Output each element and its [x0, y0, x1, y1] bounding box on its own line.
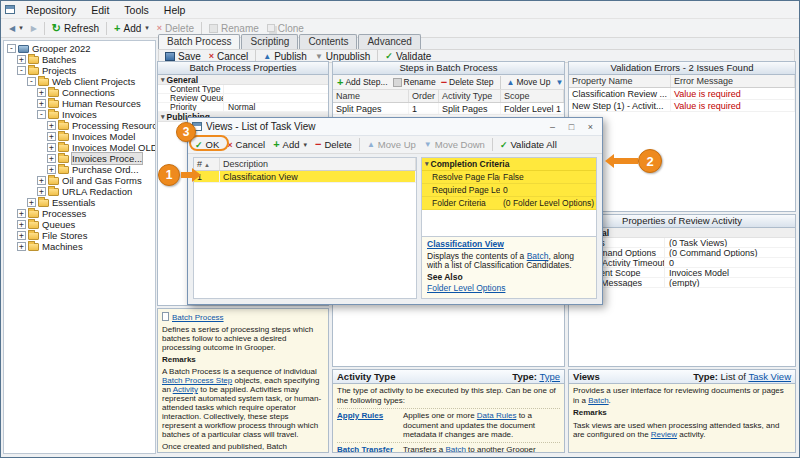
property-value[interactable]: 0 — [500, 184, 596, 196]
clone-button[interactable]: Clone — [263, 22, 308, 35]
tab-contents[interactable]: Contents — [299, 34, 357, 49]
folder-level-options-link[interactable]: Folder Level Options — [427, 283, 505, 293]
tree-item-purchase-orders[interactable]: +Purchase Ord... — [4, 164, 155, 175]
type-link[interactable]: Type — [539, 371, 560, 382]
apply-rules-link[interactable]: Apply Rules — [337, 411, 399, 440]
dialog-title-bar[interactable]: Views - List of Task View – □ × — [188, 118, 602, 136]
tree-item-processing-resources[interactable]: +Processing Resources — [4, 120, 155, 131]
review-link[interactable]: Review — [651, 430, 677, 439]
tree-item-essentials[interactable]: +Essentials — [4, 197, 155, 208]
tree-expander[interactable]: - — [27, 77, 36, 86]
batch-link[interactable]: Batch — [588, 396, 608, 405]
add-step-button[interactable]: +Add Step... — [335, 76, 390, 88]
property-value[interactable]: (empty) — [665, 278, 795, 287]
tab-batch-process[interactable]: Batch Process — [158, 34, 240, 49]
tree-item-connections[interactable]: +Connections — [4, 87, 155, 98]
move-up-button[interactable]: ▲Move Up — [363, 138, 420, 151]
property-value[interactable] — [224, 94, 328, 102]
tree-expander[interactable]: + — [47, 121, 56, 130]
column-header-error-message[interactable]: Error Message — [671, 75, 795, 87]
add-button[interactable]: +Add▾ — [110, 22, 153, 35]
menu-edit[interactable]: Edit — [84, 3, 116, 17]
nav-forward-button[interactable]: ▶ — [27, 23, 41, 34]
activity-link[interactable]: Activity — [173, 385, 198, 394]
property-value[interactable] — [224, 85, 328, 93]
tree-expander[interactable]: + — [37, 187, 46, 196]
tab-scripting[interactable]: Scripting — [241, 34, 298, 49]
column-header-name[interactable]: Name — [333, 90, 409, 102]
data-rules-link[interactable]: Data Rules — [477, 411, 517, 420]
property-value[interactable]: (0 Task Views) — [665, 238, 795, 247]
tree-item-urla-redaction[interactable]: +URLA Redaction — [4, 186, 155, 197]
tree-expander[interactable]: + — [17, 242, 26, 251]
delete-button[interactable]: −Delete — [311, 138, 356, 151]
property-value[interactable]: (0 Folder Level Options) — [500, 197, 596, 209]
property-value[interactable]: Invoices Model — [665, 268, 795, 277]
tree-item-oil-and-gas-forms[interactable]: +Oil and Gas Forms — [4, 175, 155, 186]
batch-transfer-link[interactable]: Batch Transfer — [337, 445, 399, 453]
move-up-button[interactable]: ▲Move Up — [505, 76, 553, 88]
tree-item-batches[interactable]: +Batches — [4, 54, 155, 65]
rename-button[interactable]: Rename — [205, 22, 263, 35]
property-value[interactable]: Normal — [224, 103, 328, 111]
delete-button[interactable]: ×Delete — [153, 22, 198, 35]
menu-tools[interactable]: Tools — [117, 3, 156, 17]
add-button[interactable]: +Add▾ — [269, 138, 311, 151]
tree-expander[interactable]: + — [47, 154, 56, 163]
property-value[interactable]: False — [500, 171, 596, 183]
cancel-button[interactable]: ×Cancel — [223, 138, 269, 151]
tree-item-projects[interactable]: -Projects — [4, 65, 155, 76]
tree-item-invoices-process[interactable]: +Invoices Proce... — [4, 153, 155, 164]
task-view-link[interactable]: Task View — [748, 371, 791, 382]
maximize-button[interactable]: □ — [564, 122, 579, 132]
close-button[interactable]: × — [583, 122, 598, 132]
tree-expander[interactable]: + — [37, 88, 46, 97]
tree-item-processes[interactable]: +Processes — [4, 208, 155, 219]
tree-expander[interactable]: + — [37, 99, 46, 108]
property-value[interactable]: (0 Command Options) — [665, 248, 795, 257]
ok-button[interactable]: ✓OK — [191, 138, 223, 151]
property-value[interactable]: 0 — [665, 258, 795, 267]
batch-process-step-link[interactable]: Batch Process Step — [162, 376, 232, 385]
classification-view-link[interactable]: Classification View — [427, 239, 504, 249]
batch-process-link[interactable]: Batch Process — [172, 313, 224, 322]
tree-expander[interactable]: + — [17, 220, 26, 229]
tab-advanced[interactable]: Advanced — [358, 34, 420, 49]
menu-repository[interactable]: Repository — [19, 3, 83, 17]
validation-row[interactable]: Classification Review ... Value is requi… — [569, 88, 795, 100]
tree-item-queues[interactable]: +Queues — [4, 219, 155, 230]
menu-help[interactable]: Help — [157, 3, 193, 17]
tree-expander[interactable]: + — [17, 55, 26, 64]
column-header-scope[interactable]: Scope — [501, 90, 564, 102]
category-general[interactable]: ▾General — [158, 75, 328, 85]
tree-item-grooper-2022[interactable]: -Grooper 2022 — [4, 43, 155, 54]
nav-back-button[interactable]: ◀▾ — [5, 23, 27, 34]
category-completion-criteria[interactable]: ▾Completion Criteria — [422, 158, 596, 171]
delete-step-button[interactable]: −Delete Step — [439, 76, 496, 88]
tree-expander[interactable]: + — [37, 176, 46, 185]
batch-link[interactable]: Batch — [527, 251, 549, 261]
minimize-button[interactable]: – — [545, 122, 560, 132]
tree-item-human-resources[interactable]: +Human Resources — [4, 98, 155, 109]
tree-expander[interactable]: + — [47, 143, 56, 152]
column-header-property-name[interactable]: Property Name — [569, 75, 671, 87]
column-header-order[interactable]: Order — [409, 90, 439, 102]
validate-all-button[interactable]: ✓Validate All — [496, 138, 561, 151]
tree-expander[interactable]: - — [37, 110, 46, 119]
tree-expander[interactable]: + — [17, 231, 26, 240]
tree-item-file-stores[interactable]: +File Stores — [4, 230, 155, 241]
tree-expander[interactable]: - — [7, 44, 16, 53]
tree-expander[interactable]: + — [27, 198, 36, 207]
move-down-button[interactable]: ▼Move Down — [420, 138, 489, 151]
column-header-activity-type[interactable]: Activity Type — [439, 90, 501, 102]
tree-item-web-client-projects[interactable]: -Web Client Projects — [4, 76, 155, 87]
tree-item-invoices-model-old[interactable]: +Invoices Model OLD — [4, 142, 155, 153]
batch-link[interactable]: Batch — [445, 445, 465, 453]
tree-item-invoices[interactable]: -Invoices — [4, 109, 155, 120]
column-header-description[interactable]: Description — [220, 158, 416, 170]
tree-expander[interactable]: - — [17, 66, 26, 75]
rename-step-button[interactable]: Rename — [391, 76, 438, 88]
tree-expander[interactable]: + — [47, 132, 56, 141]
task-view-row[interactable]: 1 Classification View — [194, 171, 416, 183]
refresh-button[interactable]: ↻Refresh — [48, 21, 103, 36]
